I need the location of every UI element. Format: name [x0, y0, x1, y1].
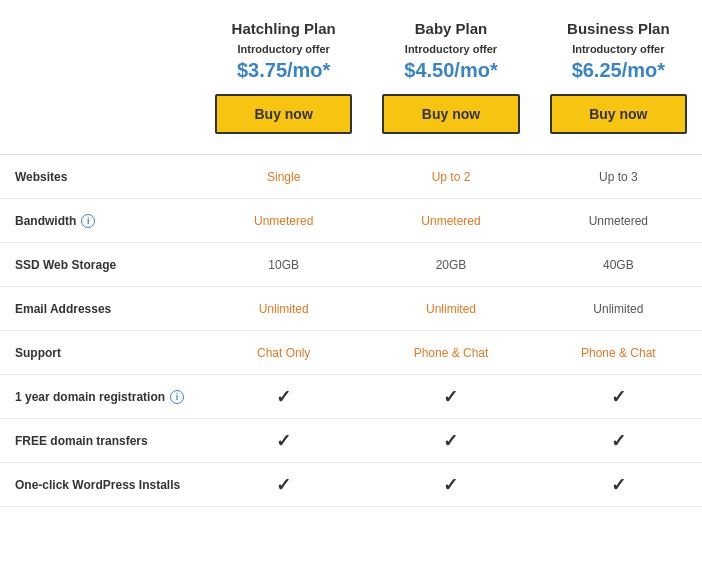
- checkmark-7-2: ✓: [611, 475, 626, 495]
- feature-row-3: Email AddressesUnlimitedUnlimitedUnlimit…: [0, 287, 702, 331]
- feature-label-2: SSD Web Storage: [0, 248, 200, 282]
- feature-label-text-7: One-click WordPress Installs: [15, 478, 180, 492]
- feature-row-2: SSD Web Storage10GB20GB40GB: [0, 243, 702, 287]
- plans-header: Hatchling Plan Introductory offer $3.75/…: [0, 10, 702, 155]
- feature-label-4: Support: [0, 336, 200, 370]
- feature-value-3-0: Unlimited: [200, 292, 367, 326]
- buy-button-1[interactable]: Buy now: [382, 94, 519, 134]
- feature-value-1-1: Unmetered: [367, 204, 534, 238]
- feature-row-1: BandwidthiUnmeteredUnmeteredUnmetered: [0, 199, 702, 243]
- feature-label-text-1: Bandwidth: [15, 214, 76, 228]
- feature-label-text-2: SSD Web Storage: [15, 258, 116, 272]
- feature-row-4: SupportChat OnlyPhone & ChatPhone & Chat: [0, 331, 702, 375]
- feature-label-text-4: Support: [15, 346, 61, 360]
- feature-value-4-0: Chat Only: [200, 336, 367, 370]
- feature-row-5: 1 year domain registrationi ✓ ✓ ✓: [0, 375, 702, 419]
- feature-value-2-0: 10GB: [200, 248, 367, 282]
- features-table: WebsitesSingleUp to 2Up to 3BandwidthiUn…: [0, 155, 702, 507]
- feature-value-3-2: Unlimited: [535, 292, 702, 326]
- feature-value-5-1: ✓: [367, 376, 534, 418]
- feature-label-6: FREE domain transfers: [0, 424, 200, 458]
- feature-value-2-1: 20GB: [367, 248, 534, 282]
- checkmark-7-0: ✓: [276, 475, 291, 495]
- feature-label-text-0: Websites: [15, 170, 67, 184]
- feature-value-7-1: ✓: [367, 464, 534, 506]
- info-icon-1[interactable]: i: [81, 214, 95, 228]
- feature-value-7-2: ✓: [535, 464, 702, 506]
- plan-col-2: Business Plan Introductory offer $6.25/m…: [535, 10, 702, 144]
- feature-value-6-0: ✓: [200, 420, 367, 462]
- plan-name-1: Baby Plan: [382, 20, 519, 37]
- checkmark-5-0: ✓: [276, 387, 291, 407]
- price-2: $6.25/mo*: [550, 59, 687, 82]
- info-icon-5[interactable]: i: [170, 390, 184, 404]
- feature-value-2-2: 40GB: [535, 248, 702, 282]
- feature-row-6: FREE domain transfers ✓ ✓ ✓: [0, 419, 702, 463]
- intro-label-1: Introductory offer: [382, 43, 519, 55]
- feature-label-5: 1 year domain registrationi: [0, 380, 200, 414]
- feature-label-1: Bandwidthi: [0, 204, 200, 238]
- feature-label-7: One-click WordPress Installs: [0, 468, 200, 502]
- feature-label-0: Websites: [0, 160, 200, 194]
- empty-header-cell: [0, 10, 200, 144]
- feature-label-text-5: 1 year domain registration: [15, 390, 165, 404]
- price-1: $4.50/mo*: [382, 59, 519, 82]
- checkmark-6-2: ✓: [611, 431, 626, 451]
- feature-row-7: One-click WordPress Installs ✓ ✓ ✓: [0, 463, 702, 507]
- feature-value-7-0: ✓: [200, 464, 367, 506]
- plan-name-0: Hatchling Plan: [215, 20, 352, 37]
- feature-value-6-2: ✓: [535, 420, 702, 462]
- feature-value-0-1: Up to 2: [367, 160, 534, 194]
- feature-label-3: Email Addresses: [0, 292, 200, 326]
- checkmark-6-1: ✓: [443, 431, 458, 451]
- feature-value-4-2: Phone & Chat: [535, 336, 702, 370]
- feature-value-0-2: Up to 3: [535, 160, 702, 194]
- plan-col-1: Baby Plan Introductory offer $4.50/mo* B…: [367, 10, 534, 144]
- checkmark-7-1: ✓: [443, 475, 458, 495]
- plan-name-2: Business Plan: [550, 20, 687, 37]
- feature-row-0: WebsitesSingleUp to 2Up to 3: [0, 155, 702, 199]
- intro-label-2: Introductory offer: [550, 43, 687, 55]
- feature-value-4-1: Phone & Chat: [367, 336, 534, 370]
- feature-value-1-2: Unmetered: [535, 204, 702, 238]
- checkmark-5-2: ✓: [611, 387, 626, 407]
- price-0: $3.75/mo*: [215, 59, 352, 82]
- intro-label-0: Introductory offer: [215, 43, 352, 55]
- feature-value-5-0: ✓: [200, 376, 367, 418]
- checkmark-5-1: ✓: [443, 387, 458, 407]
- feature-label-text-3: Email Addresses: [15, 302, 111, 316]
- buy-button-0[interactable]: Buy now: [215, 94, 352, 134]
- feature-value-0-0: Single: [200, 160, 367, 194]
- feature-value-5-2: ✓: [535, 376, 702, 418]
- pricing-container: Hatchling Plan Introductory offer $3.75/…: [0, 0, 702, 517]
- buy-button-2[interactable]: Buy now: [550, 94, 687, 134]
- plan-col-0: Hatchling Plan Introductory offer $3.75/…: [200, 10, 367, 144]
- feature-value-6-1: ✓: [367, 420, 534, 462]
- feature-label-text-6: FREE domain transfers: [15, 434, 148, 448]
- checkmark-6-0: ✓: [276, 431, 291, 451]
- feature-value-1-0: Unmetered: [200, 204, 367, 238]
- feature-value-3-1: Unlimited: [367, 292, 534, 326]
